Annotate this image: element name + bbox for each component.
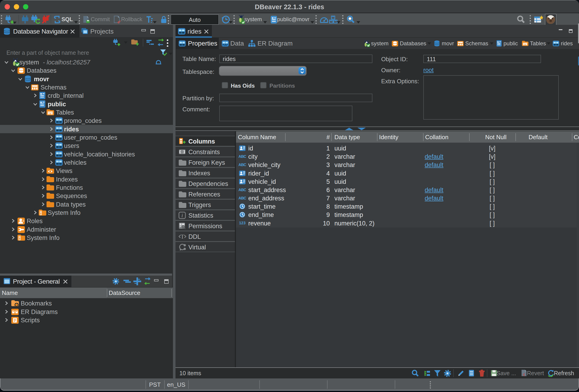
svg-text:i: i — [181, 212, 183, 218]
svg-text:T: T — [181, 233, 184, 240]
